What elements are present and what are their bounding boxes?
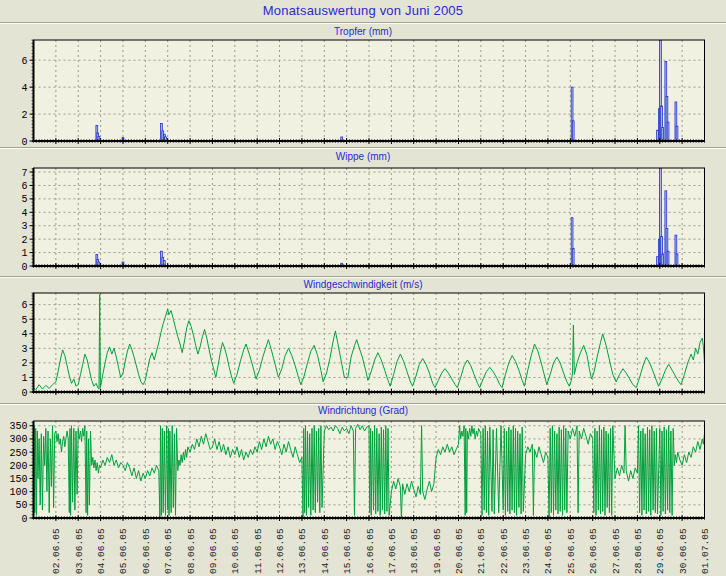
date-label: 20.06.05 bbox=[454, 528, 465, 574]
svg-text:100: 100 bbox=[9, 487, 27, 498]
svg-text:5: 5 bbox=[21, 194, 27, 205]
windrichtung-plot: 050100150200250300350 bbox=[0, 413, 726, 526]
date-label: 22.06.05 bbox=[499, 528, 510, 574]
date-label: 09.06.05 bbox=[208, 528, 219, 574]
date-label: 25.06.05 bbox=[566, 528, 577, 574]
date-label: 13.06.05 bbox=[297, 528, 308, 574]
date-label: 04.06.05 bbox=[96, 528, 107, 574]
svg-text:3: 3 bbox=[21, 344, 27, 355]
date-label: 06.06.05 bbox=[141, 528, 152, 574]
date-label: 27.06.05 bbox=[611, 528, 622, 574]
svg-text:4: 4 bbox=[21, 329, 27, 340]
svg-text:350: 350 bbox=[9, 421, 27, 432]
report-window: { "page": { "title": "Monatsauswertung v… bbox=[0, 0, 726, 576]
x-axis-date-labels: 02.06.0503.06.0504.06.0505.06.0506.06.05… bbox=[0, 518, 726, 576]
date-label: 16.06.05 bbox=[365, 528, 376, 574]
svg-text:150: 150 bbox=[9, 474, 27, 485]
svg-text:250: 250 bbox=[9, 448, 27, 459]
divider bbox=[0, 276, 726, 278]
plot-area bbox=[34, 168, 705, 266]
y-axis-labels: 0246 bbox=[21, 56, 33, 148]
date-label: 21.06.05 bbox=[476, 528, 487, 574]
svg-text:5: 5 bbox=[21, 315, 27, 326]
date-label: 07.06.05 bbox=[163, 528, 174, 574]
date-label: 24.06.05 bbox=[543, 528, 554, 574]
svg-text:2: 2 bbox=[21, 235, 27, 246]
date-label: 02.06.05 bbox=[51, 528, 62, 574]
date-label: 30.06.05 bbox=[678, 528, 689, 574]
date-label: 05.06.05 bbox=[118, 528, 129, 574]
windgeschwindigkeit-plot: 0123456 bbox=[0, 285, 726, 400]
date-label: 12.06.05 bbox=[275, 528, 286, 574]
svg-text:0: 0 bbox=[21, 137, 27, 148]
date-label: 01.07.05 bbox=[700, 528, 711, 574]
date-label: 18.06.05 bbox=[409, 528, 420, 574]
date-label: 23.06.05 bbox=[521, 528, 532, 574]
date-label: 17.06.05 bbox=[387, 528, 398, 574]
y-axis-labels: 0123456 bbox=[21, 300, 33, 398]
svg-text:1: 1 bbox=[21, 248, 27, 259]
date-label: 15.06.05 bbox=[342, 528, 353, 574]
svg-text:6: 6 bbox=[21, 181, 27, 192]
svg-text:7: 7 bbox=[21, 168, 27, 179]
svg-text:0: 0 bbox=[21, 262, 27, 273]
svg-text:3: 3 bbox=[21, 221, 27, 232]
svg-text:0: 0 bbox=[21, 388, 27, 399]
svg-text:200: 200 bbox=[9, 461, 27, 472]
date-label: 14.06.05 bbox=[320, 528, 331, 574]
date-label: 11.06.05 bbox=[253, 528, 264, 574]
svg-text:50: 50 bbox=[15, 500, 27, 511]
tropfer-plot: 0246 bbox=[0, 32, 726, 149]
date-label: 19.06.05 bbox=[432, 528, 443, 574]
date-label: 08.06.05 bbox=[186, 528, 197, 574]
wippe-plot: 01234567 bbox=[0, 160, 726, 274]
date-label: 10.06.05 bbox=[230, 528, 241, 574]
svg-text:4: 4 bbox=[21, 83, 27, 94]
date-label: 29.06.05 bbox=[655, 528, 666, 574]
y-axis-labels: 01234567 bbox=[21, 168, 33, 273]
svg-text:2: 2 bbox=[21, 358, 27, 369]
svg-text:300: 300 bbox=[9, 434, 27, 445]
date-label: 28.06.05 bbox=[633, 528, 644, 574]
svg-text:1: 1 bbox=[21, 373, 27, 384]
y-axis-labels: 050100150200250300350 bbox=[9, 421, 33, 524]
page-title: Monatsauswertung von Juni 2005 bbox=[0, 3, 726, 18]
divider bbox=[0, 22, 726, 24]
date-label: 03.06.05 bbox=[74, 528, 85, 574]
svg-text:6: 6 bbox=[21, 300, 27, 311]
date-label: 26.06.05 bbox=[588, 528, 599, 574]
svg-text:2: 2 bbox=[21, 110, 27, 121]
svg-text:6: 6 bbox=[21, 56, 27, 67]
svg-text:4: 4 bbox=[21, 208, 27, 219]
